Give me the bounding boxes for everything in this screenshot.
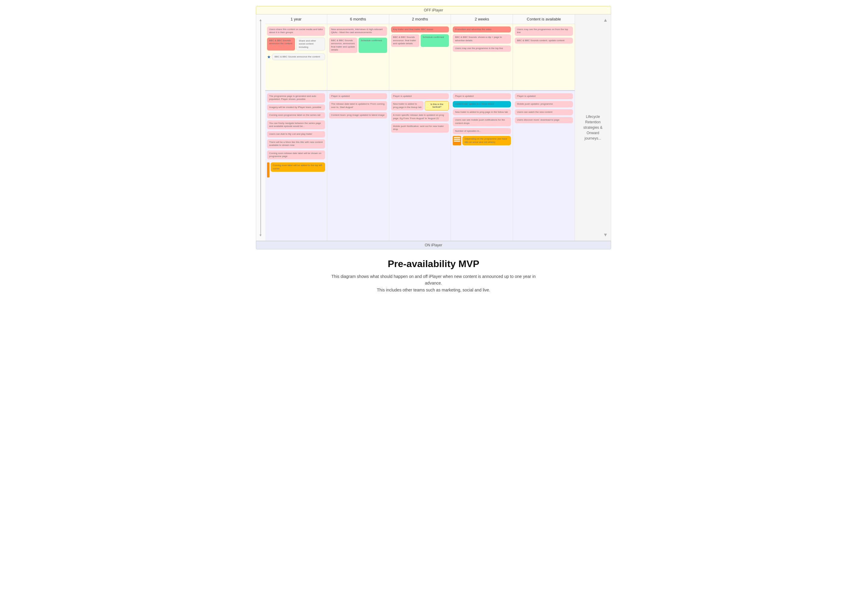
card-1year-on-7: Coming soon release date label will be s… <box>267 150 325 160</box>
col-1year-on: The programme page is generated and auto… <box>265 90 327 240</box>
top-banner: OFF iPlayer <box>256 6 611 14</box>
col-2weeks-off: Promotion and advertise the video BBC & … <box>451 24 513 90</box>
card-1year-off-4: BBC & BBC Sounds announce the content <box>272 53 325 60</box>
card-2w-on-1: Player is updated <box>453 93 511 99</box>
card-2w-on-2: Content can update to a home brave <box>453 101 511 107</box>
card-6m-on-3: Content team: prog image updated to late… <box>329 112 387 118</box>
col-header-6months: 6 months <box>327 14 389 24</box>
card-2m-on-3: A more specific release date is updated … <box>391 112 449 121</box>
card-2m-off-1: Key trailer and final trailer BBC teaser <box>391 27 449 33</box>
column-available: Content is available Users may see the p… <box>513 14 575 240</box>
col-6months-on: Player is updated The release date label… <box>327 90 389 240</box>
top-banner-label: OFF iPlayer <box>424 8 443 13</box>
col-header-2weeks: 2 weeks <box>451 14 513 24</box>
card-1year-on-2: Imagery will be created by iPlayer team,… <box>267 104 325 110</box>
col-2months-off: Key trailer and final trailer BBC teaser… <box>389 24 451 90</box>
col-avail-off: Users may see the programmes on from the… <box>513 24 575 90</box>
card-2w-on-4: Users can see mobile push notifications … <box>453 117 511 126</box>
card-2w-off-3: Users may use the programme in the top l… <box>453 46 511 52</box>
left-arrow-container: ▲ ▼ <box>256 14 265 240</box>
card-2m-on-2: New trailer is added to prog page in the… <box>391 101 424 110</box>
card-1year-on-6: There will be a More like this title wit… <box>267 139 325 149</box>
card-6m-on-1: Player is updated <box>329 93 387 99</box>
orange-marker <box>267 162 270 178</box>
card-1year-on-4: You can freely navigate between the seri… <box>267 120 325 130</box>
card-2m-on-1: Player is updated <box>391 93 449 99</box>
col-avail-on: Player is updated Mobile push updates: p… <box>513 90 575 240</box>
card-1year-off-3: Share and other social content including <box>296 38 325 50</box>
card-1year-off-1: Users share this content on social media… <box>267 27 325 36</box>
col-2months-on: Player is updated New trailer is added t… <box>389 90 451 240</box>
desc-line1: This diagram shows what should happen on… <box>331 274 536 286</box>
card-avail-off-1: Users may see the programmes on from the… <box>515 27 573 36</box>
card-1year-on-1: The programme page is generated and auto… <box>267 93 325 102</box>
page-title: Pre-availability MVP <box>388 258 479 269</box>
card-avail-off-2: BBC & BBC Sounds content. update content <box>515 38 573 44</box>
card-2m-on-4: Mobile push Notification: sent out for n… <box>391 123 449 133</box>
card-avail-on-4: Users discover more: download to page <box>515 117 573 123</box>
column-1year: 1 year Users share this content on socia… <box>265 14 327 240</box>
card-6m-off-3: Schedule confirmed <box>359 38 387 53</box>
card-2w-off-2: BBC & BBC Sounds: shows a clip + page to… <box>453 34 511 44</box>
col-6months-off: New announcements, interviews & high-rel… <box>327 24 389 90</box>
card-avail-on-1: Player is updated <box>515 93 573 99</box>
page-description: This diagram shows what should happen on… <box>328 273 539 293</box>
card-6m-on-2: The release date label is updated to 'Fr… <box>329 101 387 110</box>
card-2m-off-3: Schedule confirmed <box>421 34 449 47</box>
card-2w-on-3: New trailer is added to prog page in the… <box>453 109 511 115</box>
card-avail-on-3: Users can watch the new content <box>515 109 573 115</box>
desc-line2: This includes other teams such as market… <box>377 288 490 292</box>
card-2m-off-2: BBC & BBC Sounds announce: final trailer… <box>391 34 419 47</box>
right-panel-text: Lifecycle Retention strategies & Onward … <box>578 114 608 141</box>
column-2months: 2 months Key trailer and final trailer B… <box>389 14 451 240</box>
col-header-available: Content is available <box>513 14 575 24</box>
diagram-wrapper: OFF iPlayer ▲ ▼ 1 year Users share this … <box>256 6 611 249</box>
bottom-banner-label: ON iPlayer <box>425 243 442 247</box>
card-1year-off-2: BBC & BBC Sounds announce the content <box>267 38 295 50</box>
column-6months: 6 months New announcements, interviews &… <box>327 14 389 240</box>
col-header-2months: 2 months <box>389 14 451 24</box>
bottom-banner: ON iPlayer <box>256 241 611 249</box>
col-header-1year: 1 year <box>265 14 327 24</box>
columns-container: 1 year Users share this content on socia… <box>265 14 575 240</box>
card-1year-on-5: Users can Add to My List and play traile… <box>267 131 325 137</box>
right-arrow-up: ▲ <box>603 17 608 23</box>
card-1year-on-3: Coming soon programme label on the serie… <box>267 112 325 118</box>
column-2weeks: 2 weeks Promotion and advertise the vide… <box>451 14 513 240</box>
right-panel: ▲ Lifecycle Retention strategies & Onwar… <box>575 14 611 240</box>
card-6m-off-2: BBC & BBC Sounds announce, announces fin… <box>329 38 357 53</box>
right-arrow-down: ▼ <box>603 232 608 237</box>
card-1year-on-8: Coming soon label will be added to the t… <box>271 162 325 172</box>
card-6m-off-1: New announcements, interviews & high-rel… <box>329 27 387 36</box>
orange-widget <box>453 136 461 145</box>
col-1year-off: Users share this content on social media… <box>265 24 327 90</box>
col-2weeks-on: Player is updated Content can update to … <box>451 90 513 240</box>
star-icon: ★ <box>267 55 271 59</box>
card-avail-on-2: Mobile push updates: programme <box>515 101 573 107</box>
diagram-body: ▲ ▼ 1 year Users share this content on s… <box>256 14 611 241</box>
card-2w-on-6: Depending on the programme (we have info… <box>462 136 511 145</box>
card-2w-on-5: Number of episodes in... <box>453 128 511 134</box>
card-2w-off-1: Promotion and advertise the video <box>453 27 511 33</box>
callout-card: Is this in the tactical? <box>425 101 449 110</box>
